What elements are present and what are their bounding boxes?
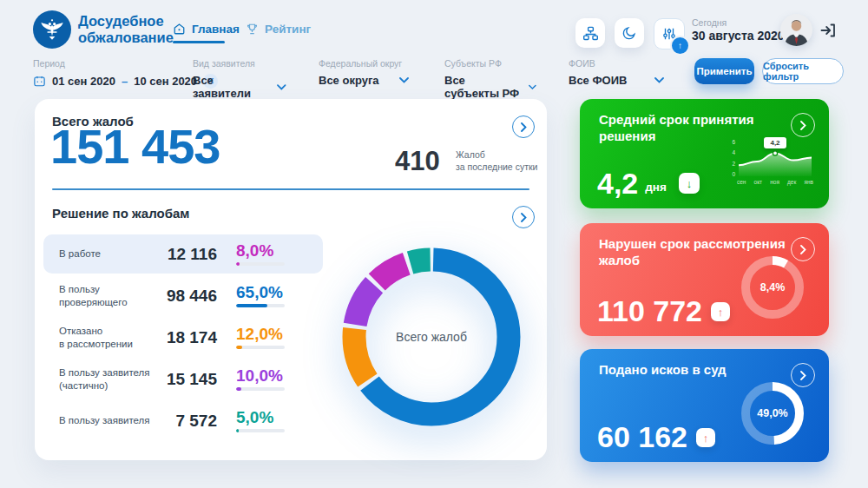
chevron-right-icon <box>521 213 527 222</box>
sitemap-icon <box>582 25 599 42</box>
chevron-right-icon <box>800 121 806 130</box>
calendar-icon <box>33 75 46 88</box>
decision-label: В работе <box>59 247 155 260</box>
decision-row[interactable]: В пользу заявителя(частично) 15 145 10,0… <box>43 359 323 399</box>
chevron-right-icon <box>800 245 806 254</box>
moon-icon <box>621 25 637 41</box>
daily-complaints-label: Жалоб за последние сутки <box>456 149 537 173</box>
subjects-dropdown[interactable]: Все субъекты РФ <box>444 74 536 100</box>
filter-subjects: Субъекты РФ Все субъекты РФ <box>444 58 536 100</box>
decisions-details-button[interactable] <box>512 206 535 228</box>
trend-up-icon: ↑ <box>696 428 715 447</box>
dark-mode-button[interactable] <box>615 18 644 48</box>
period-field[interactable]: 01 сен 2020 – 10 сен 2020 ✕ <box>33 74 218 89</box>
chevron-down-icon <box>529 84 536 90</box>
chevron-right-icon <box>521 122 527 132</box>
decision-bar-fill <box>236 262 240 266</box>
avg-term-details-button[interactable] <box>791 113 815 137</box>
avg-decision-term-card: Средний срок принятия решения 4,2 дня ↓ … <box>580 99 829 208</box>
sitemap-button[interactable] <box>575 18 605 48</box>
filter-district-label: Федеральный округ <box>319 58 409 69</box>
decision-value: 18 174 <box>155 328 217 347</box>
applicant-dropdown[interactable]: Все заявители <box>193 74 286 100</box>
foiv-value: Все ФОИВ <box>569 74 627 87</box>
date-from[interactable]: 01 сен 2020 <box>52 75 115 88</box>
decision-bar <box>236 346 285 349</box>
lawsuits-gauge: 49,0% <box>741 382 804 445</box>
x-tick: сен <box>737 179 746 185</box>
lawsuits-value: 60 162 <box>597 422 687 452</box>
x-tick: ноя <box>770 179 779 185</box>
reset-filter-button[interactable]: Сбросить фильтр <box>762 58 844 84</box>
daily-label-line2: за последние сутки <box>456 162 537 174</box>
decision-row[interactable]: Отказанов рассмотрении 18 174 12,0% <box>43 318 323 357</box>
decision-label: В пользу заявителя <box>59 414 155 427</box>
decision-value: 98 446 <box>155 287 217 306</box>
chevron-down-icon <box>399 77 409 83</box>
trend-tooltip: 4,2 <box>764 137 786 148</box>
tab-main[interactable]: Главная <box>173 23 240 36</box>
header-quick-actions: ↑ <box>575 18 685 49</box>
decision-label2: (частично) <box>59 379 155 392</box>
foiv-dropdown[interactable]: Все ФОИВ <box>569 74 664 87</box>
filter-period-label: Период <box>33 58 218 69</box>
decision-bar <box>236 429 285 432</box>
subjects-value: Все субъекты РФ <box>444 74 523 100</box>
decision-bar-fill <box>236 346 242 349</box>
arrow-up-badge-icon[interactable]: ↑ <box>670 36 690 56</box>
coat-of-arms-logo <box>33 10 71 49</box>
decision-bar-fill <box>236 304 267 307</box>
avg-term-title: Средний срок принятия решения <box>599 112 760 145</box>
date-to[interactable]: 10 сен 2020 <box>134 75 197 88</box>
tab-rating[interactable]: Рейтинг <box>246 23 311 36</box>
decision-bar-fill <box>236 429 239 432</box>
user-avatar[interactable] <box>780 14 812 46</box>
filter-applicant-label: Вид заявителя <box>193 58 286 69</box>
tab-rating-label: Рейтинг <box>265 23 311 36</box>
filter-period: Период 01 сен 2020 – 10 сен 2020 ✕ <box>33 58 218 89</box>
complaints-card: Всего жалоб 151 453 410 Жалоб за последн… <box>35 99 547 460</box>
decision-row[interactable]: В пользу заявителя 7 572 5,0% <box>43 401 323 440</box>
chevron-down-icon <box>277 84 286 90</box>
overdue-gauge: 8,4% <box>741 256 804 319</box>
today-date: 30 августа 2020 <box>692 29 785 43</box>
dashboard-page: Досудебное обжалование Главная Рейтинг <box>0 0 868 488</box>
decision-label: Отказано <box>59 325 155 338</box>
decision-label: В пользу <box>59 283 155 296</box>
daily-complaints-value: 410 <box>395 148 440 175</box>
app-title: Досудебное обжалование <box>78 13 184 46</box>
logout-icon <box>819 22 837 39</box>
overdue-card: Нарушен срок рассмотрения жалоб 110 772 … <box>580 223 829 336</box>
logout-button[interactable] <box>819 22 837 43</box>
home-icon <box>173 23 186 36</box>
filter-subjects-label: Субъекты РФ <box>444 58 536 69</box>
decision-label: В пользу заявителя <box>59 366 155 379</box>
filter-foiv-label: ФОИВ <box>569 58 664 69</box>
apply-button[interactable]: Применить <box>694 58 754 84</box>
decision-percent: 65,0% <box>236 284 288 300</box>
decision-bar <box>236 387 285 391</box>
lawsuits-percent: 49,0% <box>741 382 804 445</box>
totals-details-button[interactable] <box>512 115 535 138</box>
chevron-down-icon <box>654 77 664 83</box>
date-range-dash: – <box>122 75 128 88</box>
applicant-value: Все заявители <box>193 74 271 100</box>
avg-term-trend-chart: 6 4 2 0 сен окт ноя дек янв 4,2 <box>727 141 813 189</box>
decision-percent: 10,0% <box>236 367 288 384</box>
decision-value: 12 116 <box>155 245 217 264</box>
overdue-value: 110 772 <box>597 296 702 326</box>
donut-center-label: Всего жалоб <box>342 247 521 426</box>
filter-applicant: Вид заявителя Все заявители <box>193 58 286 100</box>
district-dropdown[interactable]: Все округа <box>319 74 409 87</box>
y-tick: 0 <box>727 171 735 177</box>
section-divider <box>52 188 529 190</box>
complaints-donut-chart[interactable]: Всего жалоб <box>342 247 521 426</box>
decision-row[interactable]: В пользупроверяющего 98 446 65,0% <box>43 276 323 315</box>
tab-main-label: Главная <box>192 23 240 36</box>
x-tick: дек <box>787 179 796 185</box>
trophy-icon <box>246 23 259 36</box>
decision-row[interactable]: В работе 12 116 8,0% <box>43 234 323 274</box>
overdue-percent: 8,4% <box>741 256 804 319</box>
decision-label2: проверяющего <box>59 296 155 309</box>
trend-up-icon: ↑ <box>711 302 730 321</box>
